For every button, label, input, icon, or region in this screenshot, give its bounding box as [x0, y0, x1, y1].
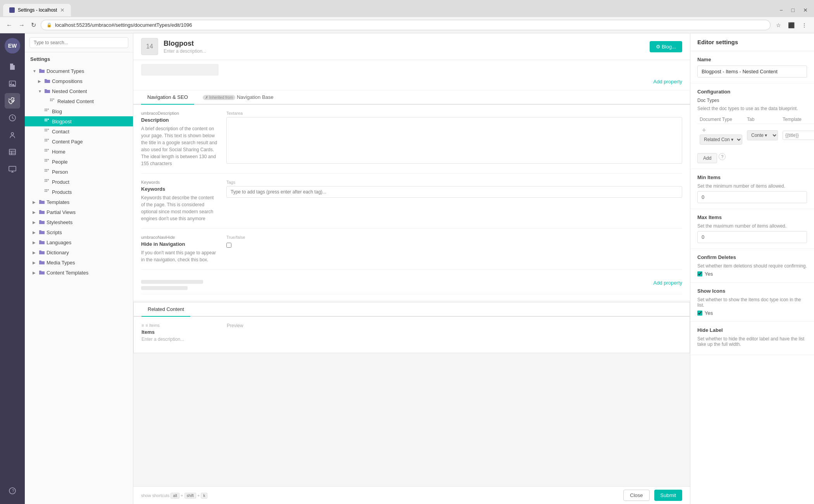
sidebar-icon-settings[interactable]: [5, 93, 20, 109]
tree-item-document-types[interactable]: ▼ Document Types: [25, 66, 133, 76]
row-plus-button[interactable]: +: [700, 126, 709, 135]
svg-rect-37: [45, 149, 46, 150]
hide-label-label: Hide Label: [697, 327, 807, 333]
shortcut-plus-1: +: [181, 493, 183, 498]
sidebar-icon-monitor[interactable]: [5, 161, 20, 177]
svg-rect-20: [45, 110, 46, 111]
tree-label-products: Products: [52, 189, 130, 195]
maximize-button[interactable]: □: [788, 5, 798, 15]
tree-item-partial-views[interactable]: ▶ Partial Views: [25, 207, 133, 217]
template-input[interactable]: [783, 131, 814, 140]
tree-item-compositions[interactable]: ▶ Compositions: [25, 76, 133, 86]
confirm-deletes-yes-label: Yes: [705, 271, 713, 277]
save-button[interactable]: ⚙ Blog...: [650, 41, 682, 52]
description-textarea[interactable]: [226, 117, 682, 164]
user-avatar[interactable]: EW: [5, 38, 20, 54]
tab-label-nav-seo: Navigation & SEO: [147, 94, 188, 100]
tree-item-languages[interactable]: ▶ Languages: [25, 237, 133, 247]
add-doc-type-button[interactable]: Add: [697, 153, 717, 163]
sidebar-icon-gear[interactable]: [5, 110, 20, 126]
sidebar-icon-image[interactable]: [5, 76, 20, 91]
sidebar-icon-table[interactable]: [5, 144, 20, 160]
add-property-button-top[interactable]: Add property: [654, 79, 682, 85]
doc-types-desc: Select the doc types to use as the data …: [697, 105, 807, 112]
back-button[interactable]: ←: [5, 20, 14, 30]
tree-label-languages: Languages: [47, 240, 130, 245]
tree-item-dictionary[interactable]: ▶ Dictionary: [25, 247, 133, 257]
doc-type-select[interactable]: Related Con ▾: [700, 135, 742, 145]
minimize-button[interactable]: −: [776, 5, 786, 15]
tree-item-products[interactable]: ▶ Products: [25, 187, 133, 197]
tree-item-home[interactable]: ▶ Home: [25, 147, 133, 157]
window-controls: − □ ✕: [776, 5, 811, 15]
placeholder-form-row: Add property: [141, 276, 682, 294]
svg-rect-15: [50, 100, 51, 101]
reload-button[interactable]: ↻: [29, 20, 38, 30]
chevron-right-partial-views: ▶: [33, 210, 37, 214]
svg-rect-36: [46, 140, 47, 142]
tree-item-templates[interactable]: ▶ Templates: [25, 197, 133, 207]
tree-item-people[interactable]: ▶ People: [25, 157, 133, 167]
sidebar-icon-help[interactable]: ?: [5, 483, 20, 499]
tree-item-scripts[interactable]: ▶ Scripts: [25, 227, 133, 237]
tree-item-content-page[interactable]: ▶ Content Page: [25, 136, 133, 147]
svg-rect-52: [45, 179, 46, 180]
max-items-input[interactable]: [697, 231, 807, 243]
menu-button[interactable]: ⋮: [799, 21, 809, 30]
svg-rect-25: [45, 120, 46, 121]
svg-rect-14: [53, 98, 54, 100]
address-bar[interactable]: 🔒 localhost:55235/umbraco#/settings/docu…: [41, 20, 771, 30]
tree-item-product[interactable]: ▶ Product: [25, 177, 133, 187]
tab-label-nav-base: Navigation Base: [237, 94, 274, 100]
tab-close-button[interactable]: ✕: [60, 7, 65, 13]
tree-item-related-content[interactable]: ▶ Related Content: [25, 96, 133, 106]
navigation-checkbox[interactable]: [226, 243, 231, 248]
field-alias-description: umbracoDescription: [141, 111, 219, 116]
tab-title: Settings - localhost: [18, 7, 57, 13]
tree-content: ▼ Document Types ▶ Compositions ▼ Nested…: [25, 66, 133, 504]
tree-item-nested-content[interactable]: ▼ Nested Content: [25, 86, 133, 96]
close-button[interactable]: Close: [623, 490, 649, 501]
tree-item-content-templates[interactable]: ▶ Content Templates: [25, 268, 133, 278]
browser-tab[interactable]: Settings - localhost ✕: [3, 4, 71, 16]
related-field-desc: Enter a description...: [141, 337, 219, 342]
tree-item-blog[interactable]: ▶ Blog: [25, 106, 133, 116]
close-window-button[interactable]: ✕: [800, 5, 811, 15]
chevron-right-stylesheets: ▶: [33, 220, 37, 224]
extension-button[interactable]: ⬛: [786, 21, 797, 30]
tree-label-content-templates: Content Templates: [47, 270, 130, 276]
editor-confirm-deletes-section: Confirm Deletes Set whether item deletio…: [690, 249, 814, 283]
search-input[interactable]: [29, 37, 128, 48]
editor-settings-panel: Editor settings Name Configuration Doc T…: [690, 33, 814, 504]
chevron-right-content-templates: ▶: [33, 271, 37, 275]
keywords-tags-input[interactable]: [226, 186, 682, 198]
editor-name-input[interactable]: [697, 66, 807, 78]
chevron-right-icon: ▶: [38, 79, 43, 83]
confirm-deletes-checkbox[interactable]: [697, 271, 702, 276]
tab-select[interactable]: Conte ▾: [747, 130, 778, 140]
help-icon[interactable]: ?: [719, 153, 726, 160]
field-title-navigation: Hide in Navigation: [141, 241, 219, 247]
bookmark-button[interactable]: ☆: [774, 21, 783, 30]
min-items-input[interactable]: [697, 191, 807, 203]
tab-navigation-base[interactable]: ✗ Inherited from Navigation Base: [194, 90, 280, 105]
svg-rect-54: [48, 179, 49, 180]
forward-button[interactable]: →: [17, 20, 26, 30]
tree-item-stylesheets[interactable]: ▶ Stylesheets: [25, 217, 133, 227]
show-icons-checkbox[interactable]: [697, 311, 702, 316]
chevron-down-icon: ▼: [33, 69, 37, 73]
add-property-button-bottom[interactable]: Add property: [654, 280, 682, 286]
tab-navigation-seo[interactable]: Navigation & SEO: [141, 90, 194, 105]
sidebar-icon-person[interactable]: [5, 127, 20, 143]
tab-related-content[interactable]: Related Content: [141, 302, 190, 317]
tree-item-media-types[interactable]: ▶ Media Types: [25, 257, 133, 268]
tree-item-contact[interactable]: ▶ Contact: [25, 126, 133, 136]
svg-rect-24: [48, 119, 49, 120]
main-content-area: 14 Blogpost Enter a description... ⚙ Blo…: [133, 33, 690, 504]
sidebar-icon-document[interactable]: [5, 59, 20, 74]
submit-button[interactable]: Submit: [654, 490, 682, 501]
svg-rect-18: [46, 109, 47, 110]
lock-icon: 🔒: [47, 22, 52, 28]
tree-item-person[interactable]: ▶ Person: [25, 167, 133, 177]
tree-item-blogpost[interactable]: ▶ Blogpost: [25, 116, 133, 126]
